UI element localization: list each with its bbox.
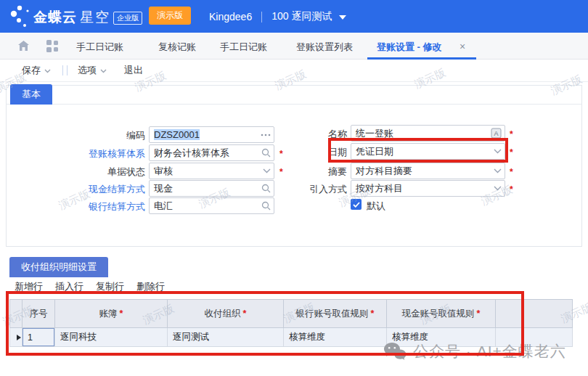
cell-seq[interactable]: 1: [23, 328, 55, 347]
tab-payment-org-detail[interactable]: 收付组织明细设置: [9, 257, 108, 277]
svg-text:A: A: [494, 130, 498, 137]
panel-divider: [6, 104, 582, 105]
date-select[interactable]: 凭证日期: [351, 143, 505, 160]
field-label-import-mode: 引入方式: [238, 183, 347, 196]
edition-badge: 企业版: [113, 12, 142, 25]
account-switcher[interactable]: Kingdee6 100 逐同测试: [209, 10, 346, 23]
grid-toolbar: 新增行 插入行 复制行 删除行: [15, 280, 165, 293]
chevron-down-icon[interactable]: [494, 144, 502, 159]
col-book[interactable]: 账簿*: [55, 300, 168, 328]
chevron-down-icon[interactable]: [494, 181, 502, 196]
cell-bank-rule[interactable]: 核算维度: [284, 328, 387, 347]
field-label-summary: 摘要: [238, 165, 347, 179]
delete-row-button[interactable]: 删除行: [136, 280, 165, 293]
col-empty: [496, 300, 573, 328]
caret-down-icon[interactable]: [339, 15, 346, 20]
field-label-bank-settlement[interactable]: 银行结算方式: [7, 200, 145, 213]
cell-book[interactable]: 逐同科技: [55, 328, 168, 347]
options-button[interactable]: 选项: [78, 64, 107, 77]
name-field[interactable]: 统一登账 A: [351, 125, 505, 142]
required-mark: *: [243, 308, 247, 319]
brand-title: 金蝶云星空: [33, 8, 110, 27]
chevron-down-icon[interactable]: [494, 163, 502, 179]
payment-org-table: 序号 账簿* 收付组织* 银行账号取值规则* 现金账号取值规则* 1 逐同科技 …: [9, 299, 573, 347]
add-row-button[interactable]: 新增行: [15, 280, 43, 293]
chevron-down-icon: [100, 69, 107, 73]
required-mark: *: [120, 308, 123, 319]
kingdee-window: 金蝶云星空 企业版 演示版 Kingdee6 100 逐同测试 手工日记账 复核…: [0, 0, 588, 376]
copy-row-button[interactable]: 复制行: [96, 280, 124, 293]
summary-select[interactable]: 对方科目摘要: [351, 163, 505, 179]
row-marker-header: [10, 300, 23, 328]
col-seq[interactable]: 序号: [23, 300, 55, 328]
field-label-code: 编码: [7, 129, 145, 142]
insert-row-button[interactable]: 插入行: [55, 280, 83, 293]
field-label-doc-status: 单据状态: [7, 165, 145, 179]
field-label-booking-system[interactable]: 登账核算体系: [7, 147, 145, 160]
field-label-cash-settlement[interactable]: 现金结算方式: [7, 183, 145, 196]
nav-tab-manual-journal-2[interactable]: 手工日记账: [220, 41, 267, 54]
required-mark: *: [510, 147, 513, 158]
table-header-row: 序号 账簿* 收付组织* 银行账号取值规则* 现金账号取值规则*: [10, 300, 573, 328]
col-payment-org[interactable]: 收付组织*: [168, 300, 284, 328]
import-mode-select[interactable]: 按对方科目: [351, 180, 505, 197]
default-checkbox[interactable]: [351, 199, 362, 210]
cell-payment-org[interactable]: 逐同测试: [168, 328, 284, 347]
table-row[interactable]: 1 逐同科技 逐同测试 核算维度 核算维度: [10, 328, 573, 347]
current-row-marker-icon: [10, 328, 23, 347]
col-cash-rule[interactable]: 现金账号取值规则*: [387, 300, 496, 328]
brand-main: 金蝶云: [33, 9, 77, 25]
col-bank-rule[interactable]: 银行账号取值规则*: [284, 300, 387, 328]
search-icon[interactable]: [261, 198, 271, 213]
code-value: DZSZ0001: [154, 129, 200, 140]
bank-settlement-field[interactable]: 电汇: [149, 197, 274, 214]
account-name: Kingdee6: [209, 11, 252, 23]
nav-tab-review-booking[interactable]: 复核记账: [158, 41, 196, 54]
header-divider: [261, 12, 262, 23]
chevron-down-icon: [44, 69, 51, 73]
brand-sub: 星空: [80, 9, 110, 25]
check-icon: [353, 202, 360, 208]
demo-version-badge: 演示版: [149, 7, 191, 25]
nav-tab-booking-setting-list[interactable]: 登账设置列表: [296, 41, 353, 54]
nav-tab-manual-journal-1[interactable]: 手工日记账: [76, 41, 123, 54]
nav-tab-bar: 手工日记账 复核记账 手工日记账 登账设置列表 登账设置 - 修改 ×: [0, 33, 588, 60]
tab-basic[interactable]: 基本: [10, 84, 52, 105]
nav-tab-booking-setting-edit[interactable]: 登账设置 - 修改: [377, 41, 442, 54]
exit-button[interactable]: 退出: [124, 64, 143, 77]
app-header: 金蝶云星空 企业版 演示版 Kingdee6 100 逐同测试: [0, 0, 588, 33]
required-mark: *: [477, 308, 481, 319]
home-icon[interactable]: [17, 40, 30, 52]
save-button[interactable]: 保存: [22, 64, 51, 77]
cell-empty: [496, 328, 573, 347]
required-mark: *: [371, 308, 375, 319]
form-toolbar: 保存 选项 退出: [0, 60, 588, 82]
kingdee-logo-icon: [10, 4, 33, 28]
org-name: 100 逐同测试: [271, 10, 332, 23]
required-mark: *: [510, 167, 513, 177]
default-checkbox-label: 默认: [367, 200, 385, 213]
apps-grid-icon[interactable]: [46, 40, 59, 52]
cell-cash-rule[interactable]: 核算维度: [387, 328, 496, 347]
field-label-date: 日期: [238, 146, 347, 159]
close-tab-icon[interactable]: ×: [460, 41, 465, 52]
required-mark: *: [510, 184, 513, 195]
multilingual-icon[interactable]: A: [491, 126, 502, 141]
field-label-name: 名称: [238, 128, 347, 141]
required-mark: *: [510, 129, 513, 139]
toolbar-divider: [62, 65, 68, 75]
